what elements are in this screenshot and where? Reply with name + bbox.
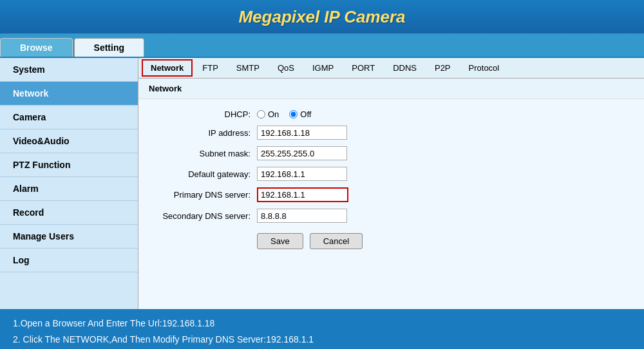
secondary-dns-row: Secondary DNS server: <box>154 209 629 223</box>
main-layout: System Network Camera Video&Audio PTZ Fu… <box>0 58 644 309</box>
dhcp-on-radio[interactable] <box>257 110 265 118</box>
sidebar-item-camera[interactable]: Camera <box>0 106 138 129</box>
top-tab-bar: Browse Setting <box>0 33 644 58</box>
dhcp-off-label: Off <box>300 109 311 119</box>
sub-tab-ddns[interactable]: DDNS <box>384 60 425 76</box>
sub-tab-smtp[interactable]: SMTP <box>228 60 268 76</box>
sidebar-item-manage-users[interactable]: Manage Users <box>0 225 138 249</box>
sidebar: System Network Camera Video&Audio PTZ Fu… <box>0 58 138 309</box>
footer-line1: 1.Open a Browser And Enter The Url:192.1… <box>13 316 631 332</box>
ip-address-label: IP address: <box>154 128 257 138</box>
subnet-mask-label: Subnet mask: <box>154 149 257 158</box>
sub-tab-qos[interactable]: QoS <box>269 60 303 76</box>
network-form: DHCP: On Off IP address: <box>138 99 644 259</box>
sidebar-item-alarm[interactable]: Alarm <box>0 177 138 201</box>
sub-tab-ftp[interactable]: FTP <box>194 60 227 76</box>
dhcp-on-option[interactable]: On <box>257 109 279 119</box>
footer-line2: 2. Click The NETWORK,And Then Modify Pri… <box>13 332 631 348</box>
footer: 1.Open a Browser And Enter The Url:192.1… <box>0 309 644 349</box>
sidebar-item-log[interactable]: Log <box>0 249 138 272</box>
dhcp-off-radio[interactable] <box>289 110 298 118</box>
primary-dns-input[interactable] <box>261 190 345 200</box>
default-gateway-label: Default gateway: <box>154 169 257 179</box>
sidebar-item-record[interactable]: Record <box>0 201 138 225</box>
page-title: Megapixel IP Camera <box>238 7 405 27</box>
page-header: Megapixel IP Camera <box>0 0 644 33</box>
primary-dns-highlighted-box <box>257 187 348 202</box>
dhcp-on-label: On <box>268 109 279 119</box>
default-gateway-row: Default gateway: <box>154 167 629 181</box>
save-button[interactable]: Save <box>257 233 303 249</box>
dhcp-radio-group: On Off <box>257 109 311 119</box>
cancel-button[interactable]: Cancel <box>310 233 363 249</box>
form-buttons: Save Cancel <box>257 233 629 249</box>
secondary-dns-label: Secondary DNS server: <box>154 211 257 221</box>
content-area: Network FTP SMTP QoS IGMP PORT DDNS P2P … <box>138 58 644 309</box>
secondary-dns-input[interactable] <box>257 209 347 223</box>
subnet-mask-row: Subnet mask: <box>154 146 629 160</box>
primary-dns-label: Primary DNS server: <box>154 190 257 200</box>
sub-tab-igmp[interactable]: IGMP <box>304 60 342 76</box>
sidebar-item-ptz[interactable]: PTZ Function <box>0 153 138 177</box>
section-title: Network <box>138 79 644 99</box>
tab-setting[interactable]: Setting <box>74 38 144 57</box>
default-gateway-input[interactable] <box>257 167 347 181</box>
sidebar-item-videoaudio[interactable]: Video&Audio <box>0 129 138 153</box>
sub-tab-protocol[interactable]: Protocol <box>460 60 508 76</box>
sidebar-item-system[interactable]: System <box>0 58 138 82</box>
primary-dns-row: Primary DNS server: <box>154 187 629 202</box>
dhcp-label: DHCP: <box>154 109 257 119</box>
sub-tab-network[interactable]: Network <box>142 59 193 77</box>
sidebar-item-network[interactable]: Network <box>0 82 138 106</box>
dhcp-off-option[interactable]: Off <box>289 109 311 119</box>
ip-address-input[interactable] <box>257 126 347 140</box>
dhcp-row: DHCP: On Off <box>154 109 629 119</box>
sub-tab-bar: Network FTP SMTP QoS IGMP PORT DDNS P2P … <box>138 58 644 79</box>
subnet-mask-input[interactable] <box>257 146 347 160</box>
tab-browse[interactable]: Browse <box>0 38 73 57</box>
sub-tab-p2p[interactable]: P2P <box>426 60 459 76</box>
ip-address-row: IP address: <box>154 126 629 140</box>
sub-tab-port[interactable]: PORT <box>343 60 383 76</box>
